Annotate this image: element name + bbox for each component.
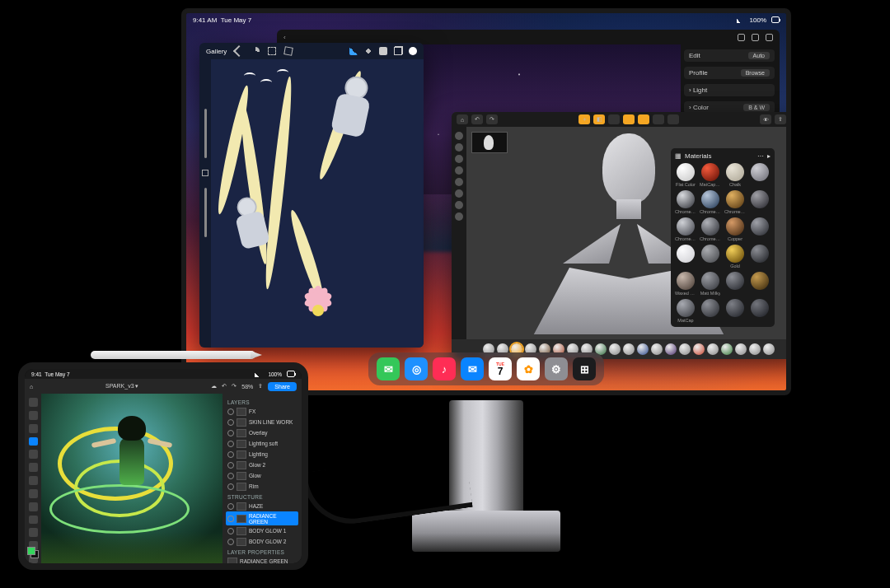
visibility-icon[interactable]: [227, 528, 234, 534]
procreate-window[interactable]: Gallery: [199, 43, 424, 348]
material-swatch[interactable]: [749, 190, 771, 214]
layer-row[interactable]: Glow: [226, 470, 298, 481]
material-swatch[interactable]: MatCap Re…: [700, 163, 721, 187]
material-swatch[interactable]: [749, 217, 771, 241]
select-icon[interactable]: [268, 47, 276, 55]
rail-dot[interactable]: [455, 212, 463, 221]
brush-preset[interactable]: [623, 343, 635, 355]
view-icon[interactable]: 👁: [760, 114, 771, 124]
back-icon[interactable]: ‹: [283, 34, 286, 41]
layer-row[interactable]: SKIN LINE WORK: [226, 417, 298, 427]
redo-icon[interactable]: ↷: [486, 114, 498, 124]
eraser-icon[interactable]: [379, 47, 387, 55]
rail-dot[interactable]: [455, 166, 463, 175]
tool-a-icon[interactable]: [608, 114, 620, 124]
actions-icon[interactable]: [233, 45, 245, 57]
dock-mail-icon[interactable]: ✉︎: [461, 357, 484, 380]
visibility-icon[interactable]: [227, 419, 234, 426]
edit-row-light[interactable]: › Light: [684, 84, 775, 96]
material-swatch[interactable]: Chrome O…: [675, 217, 696, 241]
layer-row[interactable]: Glow 2: [226, 460, 298, 470]
visibility-icon[interactable]: [227, 441, 234, 447]
layer-row[interactable]: Rim: [226, 481, 298, 492]
layer-row[interactable]: BODY GLOW 1: [226, 525, 298, 536]
sculpt-window[interactable]: ⌂ ↶ ↷ ＋ ◧ 👁 ⇪ ⋯: [452, 112, 791, 359]
material-swatch[interactable]: Chrome R…: [675, 190, 696, 214]
brush-preset[interactable]: [679, 343, 691, 355]
dock-photos-icon[interactable]: ✿: [517, 357, 540, 380]
material-swatch[interactable]: [724, 299, 746, 323]
export-icon[interactable]: ⇪: [258, 383, 263, 390]
color-swatch[interactable]: [27, 547, 39, 558]
visibility-icon[interactable]: [227, 503, 234, 510]
material-swatch[interactable]: Flat Color: [675, 163, 696, 187]
home-icon[interactable]: ⌂: [30, 384, 33, 390]
rail-dot[interactable]: [455, 178, 463, 186]
gallery-button[interactable]: Gallery: [206, 48, 227, 55]
layer-row[interactable]: Lighting: [226, 449, 298, 460]
layer-row[interactable]: RADIANCE GREEN: [226, 511, 298, 525]
tool-d-icon[interactable]: [653, 114, 664, 124]
dock-messages-icon[interactable]: ✉︎: [377, 357, 400, 380]
layer-row[interactable]: Overlay: [226, 427, 298, 438]
visibility-icon[interactable]: [227, 516, 234, 522]
procreate-canvas[interactable]: [211, 59, 424, 348]
rail-dot[interactable]: [455, 201, 463, 209]
layer-row[interactable]: Lighting soft: [226, 438, 298, 449]
brush-preset[interactable]: [707, 343, 719, 355]
layer-row[interactable]: FX: [226, 406, 298, 417]
panel-close-icon[interactable]: ▸: [767, 152, 771, 160]
material-swatch[interactable]: [749, 299, 771, 323]
visibility-icon[interactable]: [227, 408, 234, 415]
panel-more-icon[interactable]: ⋯: [757, 152, 764, 160]
visibility-icon[interactable]: [227, 539, 234, 545]
cloud-icon[interactable]: ☁︎: [211, 383, 217, 390]
photoshop-canvas[interactable]: [41, 394, 222, 563]
brush-size-slider[interactable]: [204, 109, 207, 158]
material-swatch[interactable]: [749, 245, 771, 268]
brush-icon[interactable]: [349, 47, 358, 55]
crop-icon[interactable]: [738, 34, 745, 41]
brush-preset[interactable]: [609, 343, 621, 355]
visibility-icon[interactable]: [227, 451, 234, 458]
layers-panel[interactable]: LAYERS FXSKIN LINE WORKOverlayLighting s…: [222, 394, 302, 563]
dock-settings-icon[interactable]: ⚙︎: [545, 357, 568, 380]
move-tool-icon[interactable]: [29, 398, 38, 407]
material-swatch[interactable]: Chrome E…: [700, 217, 721, 241]
brush-preset[interactable]: [665, 343, 677, 355]
clone-tool-icon[interactable]: [29, 476, 38, 485]
color-icon[interactable]: [409, 47, 417, 55]
sculpt-viewport[interactable]: ▦ Materials ⋯ ▸ Flat ColorMatCap Re…Chal…: [466, 127, 791, 339]
edit-row-profile[interactable]: Profile Browse: [684, 67, 775, 79]
tool-e-icon[interactable]: [668, 114, 679, 124]
more-icon[interactable]: [766, 34, 773, 41]
visibility-icon[interactable]: [227, 430, 234, 436]
material-swatch[interactable]: Chrome B…: [700, 190, 721, 214]
lasso-tool-icon[interactable]: [29, 424, 38, 433]
tool-b-icon[interactable]: [623, 114, 635, 124]
dock-calendar-icon[interactable]: TUE7: [489, 357, 512, 380]
smudge-icon[interactable]: [364, 47, 372, 55]
rail-dot[interactable]: [455, 155, 463, 163]
settings-icon[interactable]: ⋯: [789, 114, 791, 124]
home-icon[interactable]: ⌂: [457, 114, 468, 124]
material-swatch[interactable]: Chrome C…: [724, 190, 746, 214]
undo-icon[interactable]: ↶: [222, 383, 227, 390]
material-swatch[interactable]: MatCap: [675, 299, 696, 323]
redo-icon[interactable]: ↷: [232, 383, 237, 390]
opacity-slider[interactable]: [204, 188, 207, 237]
mirror-icon[interactable]: ◧: [593, 114, 605, 124]
dock-safari-icon[interactable]: ◎: [405, 357, 428, 380]
shape-tool-icon[interactable]: [29, 528, 38, 537]
brush-preset[interactable]: [749, 343, 761, 355]
visibility-icon[interactable]: [227, 473, 234, 479]
layers-icon[interactable]: [394, 47, 402, 55]
transform-icon[interactable]: [284, 46, 294, 56]
transform-tool-icon[interactable]: [29, 411, 38, 420]
eraser-tool-icon[interactable]: [29, 450, 38, 459]
brush-preset[interactable]: [721, 343, 733, 355]
brush-preset[interactable]: [763, 343, 775, 355]
material-swatch[interactable]: [749, 272, 771, 296]
brush-preset[interactable]: [735, 343, 747, 355]
rail-dot[interactable]: [455, 143, 463, 152]
